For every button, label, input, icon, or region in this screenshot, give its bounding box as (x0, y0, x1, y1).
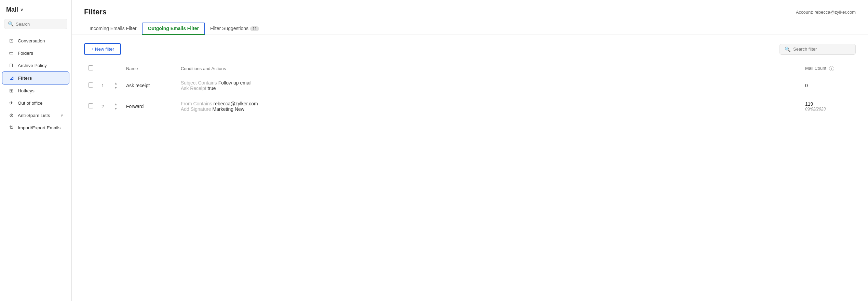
tab-suggestions[interactable]: Filter Suggestions11 (205, 23, 265, 35)
col-header-mailcount: Mail Count i (801, 62, 856, 75)
chevron-right-icon: ∨ (60, 113, 63, 118)
app-logo[interactable]: Mail ∨ (0, 6, 71, 19)
sidebar-item-hotkeys[interactable]: ⊞ Hotkeys (2, 84, 69, 97)
archive-policy-icon: ⊓ (8, 62, 14, 68)
sidebar-item-import-export[interactable]: ⇅ Import/Export Emails (2, 121, 69, 134)
row-number: 2 (97, 96, 110, 117)
move-up-button[interactable]: ▲ (114, 102, 118, 106)
col-header-conditions: Conditions and Actions (177, 62, 801, 75)
out-of-office-icon: ✈ (8, 100, 14, 106)
mail-count-value: 0 (805, 83, 852, 88)
condition-label: From Contains (181, 101, 214, 106)
search-icon: 🔍 (8, 21, 14, 27)
sidebar: Mail ∨ 🔍 ⊡ Conversation ▭ Folders ⊓ Arch… (0, 0, 72, 301)
row-checkbox-cell (84, 96, 97, 117)
page-title: Filters (84, 8, 107, 16)
table-row: 1 ▲ ▼ Ask receipt Subject Contains Follo… (84, 75, 856, 96)
table-row: 2 ▲ ▼ Forward From Contains rebecca@zylk… (84, 96, 856, 117)
row-checkbox-cell (84, 75, 97, 96)
tab-label: Outgoing Emails Filter (148, 26, 199, 31)
sidebar-item-label: Folders (18, 51, 33, 56)
move-up-button[interactable]: ▲ (114, 81, 118, 86)
tab-outgoing[interactable]: Outgoing Emails Filter (142, 23, 205, 35)
select-all-checkbox[interactable] (88, 65, 93, 70)
content-area: + New filter 🔍 Name Conditions and Actio… (72, 35, 868, 301)
row-arrows: ▲ ▼ (110, 75, 122, 96)
move-down-button[interactable]: ▼ (114, 86, 118, 90)
mail-count-date: 09/02/2023 (805, 107, 852, 112)
filter-conditions: Subject Contains Follow up emailAsk Rece… (177, 75, 801, 96)
condition-value: Marketing New (213, 106, 244, 112)
filter-name: Forward (122, 96, 177, 117)
condition-label: Subject Contains (181, 80, 218, 86)
move-down-button[interactable]: ▼ (114, 107, 118, 111)
col-header-name: Name (122, 62, 177, 75)
filters-table: Name Conditions and Actions Mail Count i… (84, 62, 856, 117)
sidebar-search-input[interactable] (16, 22, 64, 27)
sidebar-item-label: Archive Policy (18, 63, 47, 68)
tab-label: Filter Suggestions (210, 26, 248, 31)
row-number: 1 (97, 75, 110, 96)
import-export-icon: ⇅ (8, 125, 14, 131)
account-label: Account: (796, 10, 813, 15)
sidebar-item-conversation[interactable]: ⊡ Conversation (2, 35, 69, 47)
table-header-row: Name Conditions and Actions Mail Count i (84, 62, 856, 75)
sidebar-item-label: Hotkeys (18, 88, 35, 93)
sidebar-item-archive-policy[interactable]: ⊓ Archive Policy (2, 59, 69, 71)
folders-icon: ▭ (8, 50, 14, 56)
condition-value: Follow up email (218, 80, 252, 86)
sidebar-search-box[interactable]: 🔍 (4, 19, 67, 29)
sidebar-item-label: Conversation (18, 38, 45, 43)
tab-badge: 11 (250, 26, 259, 31)
filter-conditions: From Contains rebecca@zylker.comAdd Sign… (177, 96, 801, 117)
sidebar-item-filters[interactable]: ⊿ Filters (2, 71, 69, 84)
row-checkbox[interactable] (88, 103, 93, 108)
condition-label: Ask Receipt (181, 86, 208, 91)
new-filter-label: + New filter (91, 47, 114, 52)
filter-name: Ask receipt (122, 75, 177, 96)
hotkeys-icon: ⊞ (8, 88, 14, 94)
new-filter-button[interactable]: + New filter (84, 43, 121, 55)
tab-incoming[interactable]: Incoming Emails Filter (84, 23, 142, 35)
app-name: Mail (6, 6, 18, 13)
main-content-area: Filters Account: rebecca@zylker.com Inco… (72, 0, 868, 301)
conversation-icon: ⊡ (8, 38, 14, 44)
filter-mail-count: 119 09/02/2023 (801, 96, 856, 117)
sidebar-item-folders[interactable]: ▭ Folders (2, 47, 69, 59)
row-checkbox[interactable] (88, 82, 93, 88)
filter-mail-count: 0 (801, 75, 856, 96)
filters-icon: ⊿ (9, 75, 15, 81)
row-arrows: ▲ ▼ (110, 96, 122, 117)
condition-label: Add Signature (181, 106, 213, 112)
tab-label: Incoming Emails Filter (90, 26, 137, 31)
search-filter-icon: 🔍 (785, 47, 790, 52)
toolbar: + New filter 🔍 (84, 43, 856, 55)
search-filter-input[interactable] (793, 47, 851, 52)
sidebar-item-label: Out of office (18, 101, 43, 106)
sidebar-item-label: Filters (18, 76, 32, 81)
col-header-arrows (110, 62, 122, 75)
account-email: rebecca@zylker.com (814, 10, 856, 15)
mailcount-info-icon[interactable]: i (829, 66, 834, 71)
page-header: Filters Account: rebecca@zylker.com Inco… (72, 0, 868, 35)
tab-bar: Incoming Emails FilterOutgoing Emails Fi… (84, 23, 856, 35)
account-info: Account: rebecca@zylker.com (796, 10, 856, 15)
sidebar-item-out-of-office[interactable]: ✈ Out of office (2, 97, 69, 109)
col-header-check (84, 62, 97, 75)
app-chevron-icon: ∨ (20, 8, 23, 12)
condition-value: rebecca@zylker.com (214, 101, 258, 106)
col-header-num (97, 62, 110, 75)
sidebar-item-anti-spam[interactable]: ⊛ Anti-Spam Lists ∨ (2, 109, 69, 121)
anti-spam-icon: ⊛ (8, 112, 14, 118)
sidebar-nav: ⊡ Conversation ▭ Folders ⊓ Archive Polic… (0, 35, 71, 134)
mail-count-value: 119 (805, 101, 852, 107)
search-filter-box[interactable]: 🔍 (779, 44, 856, 55)
sidebar-item-label: Import/Export Emails (18, 125, 60, 130)
sidebar-item-label: Anti-Spam Lists (18, 113, 50, 118)
condition-value: true (208, 86, 216, 91)
